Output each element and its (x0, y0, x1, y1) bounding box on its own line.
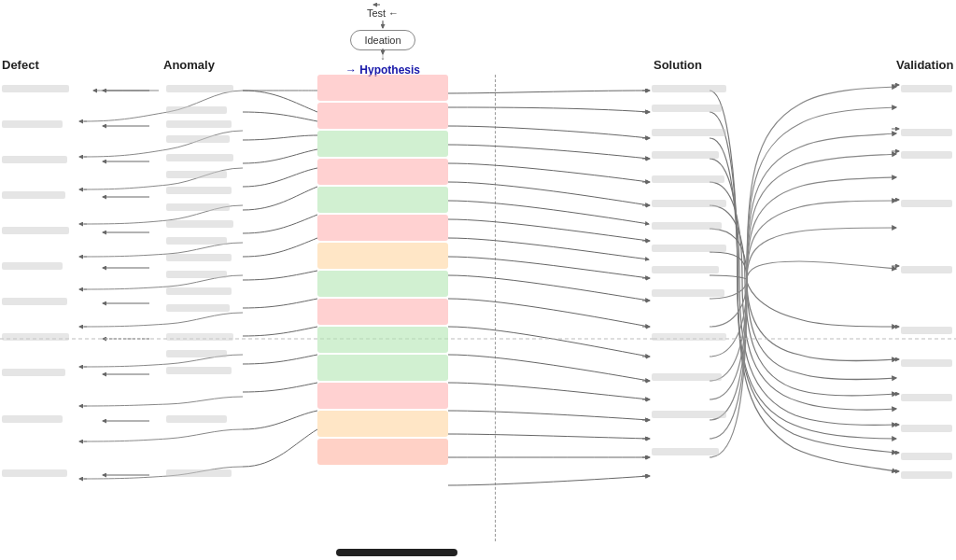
svg-rect-55 (901, 394, 952, 401)
hypothesis-bar-1 (317, 75, 448, 101)
hypothesis-bars (317, 75, 448, 465)
svg-rect-30 (166, 350, 227, 357)
svg-rect-16 (166, 106, 227, 114)
svg-rect-42 (652, 266, 719, 273)
hypothesis-bar-8 (317, 271, 448, 297)
svg-rect-45 (652, 373, 722, 381)
svg-rect-19 (166, 154, 233, 161)
hypothesis-bar-7 (317, 243, 448, 269)
hypothesis-bar-6 (317, 215, 448, 241)
svg-rect-12 (2, 369, 65, 376)
svg-rect-8 (2, 227, 69, 234)
svg-rect-17 (166, 120, 232, 128)
hypothesis-bar-3 (317, 131, 448, 157)
svg-rect-36 (652, 129, 726, 136)
hypothesis-bar-12 (317, 383, 448, 409)
svg-rect-41 (652, 245, 726, 252)
hypothesis-bar-9 (317, 299, 448, 325)
hypothesis-bar-11 (317, 355, 448, 381)
svg-rect-53 (901, 327, 952, 334)
svg-rect-7 (2, 191, 65, 199)
svg-rect-40 (652, 222, 722, 230)
hypothesis-bar-5 (317, 187, 448, 213)
svg-rect-39 (652, 200, 726, 207)
svg-rect-24 (166, 237, 227, 245)
svg-rect-54 (901, 359, 952, 367)
svg-rect-32 (166, 415, 227, 423)
hypothesis-bar-4 (317, 159, 448, 185)
svg-rect-4 (2, 85, 69, 92)
svg-rect-25 (166, 254, 232, 261)
svg-rect-43 (652, 289, 724, 297)
svg-rect-38 (652, 175, 724, 183)
svg-rect-10 (2, 298, 67, 305)
svg-rect-47 (652, 448, 719, 455)
svg-rect-37 (652, 151, 719, 159)
svg-rect-14 (2, 469, 67, 477)
svg-rect-6 (2, 156, 67, 163)
svg-rect-13 (2, 415, 63, 423)
svg-rect-3 (336, 549, 457, 556)
svg-rect-20 (166, 171, 227, 178)
svg-rect-34 (652, 85, 726, 92)
svg-rect-15 (166, 85, 233, 92)
svg-rect-56 (901, 425, 952, 432)
svg-rect-46 (652, 411, 726, 418)
svg-rect-22 (166, 203, 230, 211)
hypothesis-bar-13 (317, 411, 448, 437)
svg-rect-57 (901, 453, 952, 460)
svg-rect-23 (166, 220, 233, 228)
svg-rect-51 (901, 200, 952, 207)
flow-diagram (0, 0, 956, 560)
svg-rect-31 (166, 367, 232, 374)
svg-rect-18 (166, 135, 230, 143)
svg-rect-52 (901, 266, 952, 273)
hypothesis-bar-10 (317, 327, 448, 353)
svg-rect-21 (166, 187, 232, 194)
svg-rect-33 (166, 469, 232, 477)
svg-rect-29 (166, 333, 233, 341)
hypothesis-bar-14 (317, 439, 448, 465)
svg-rect-26 (166, 271, 227, 278)
hypothesis-bar-2 (317, 103, 448, 129)
svg-rect-58 (901, 471, 952, 479)
svg-rect-48 (901, 85, 952, 92)
svg-rect-28 (166, 304, 230, 312)
svg-rect-27 (166, 287, 232, 295)
svg-rect-35 (652, 105, 722, 112)
svg-rect-49 (901, 129, 952, 136)
svg-rect-44 (652, 333, 726, 341)
svg-rect-9 (2, 262, 63, 270)
svg-rect-5 (2, 120, 63, 128)
svg-rect-11 (2, 333, 69, 341)
svg-rect-50 (901, 151, 952, 159)
